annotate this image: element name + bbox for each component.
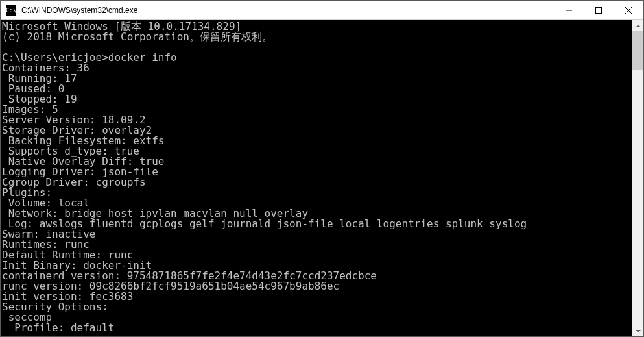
maximize-button[interactable] (584, 1, 614, 19)
terminal-area: Microsoft Windows [版本 10.0.17134.829] (c… (1, 20, 643, 336)
terminal-output[interactable]: Microsoft Windows [版本 10.0.17134.829] (c… (1, 20, 632, 336)
window-title: C:\WINDOWS\system32\cmd.exe (20, 6, 554, 15)
scrollbar-track[interactable] (632, 31, 643, 325)
cmd-icon: C:\ (6, 5, 16, 16)
minimize-button[interactable] (554, 1, 584, 19)
titlebar[interactable]: C:\ C:\WINDOWS\system32\cmd.exe (1, 1, 643, 20)
chevron-up-icon (636, 25, 641, 27)
cmd-window: C:\ C:\WINDOWS\system32\cmd.exe Microsof… (0, 0, 644, 337)
maximize-icon (595, 7, 602, 14)
vertical-scrollbar[interactable] (632, 20, 643, 336)
chevron-down-icon (636, 330, 641, 332)
svg-rect-0 (596, 7, 602, 13)
scroll-down-button[interactable] (632, 325, 643, 336)
scrollbar-thumb[interactable] (632, 31, 643, 70)
window-controls (554, 1, 643, 19)
close-button[interactable] (614, 1, 643, 19)
scroll-up-button[interactable] (632, 20, 643, 31)
close-icon (625, 7, 632, 14)
minimize-icon (566, 7, 572, 14)
